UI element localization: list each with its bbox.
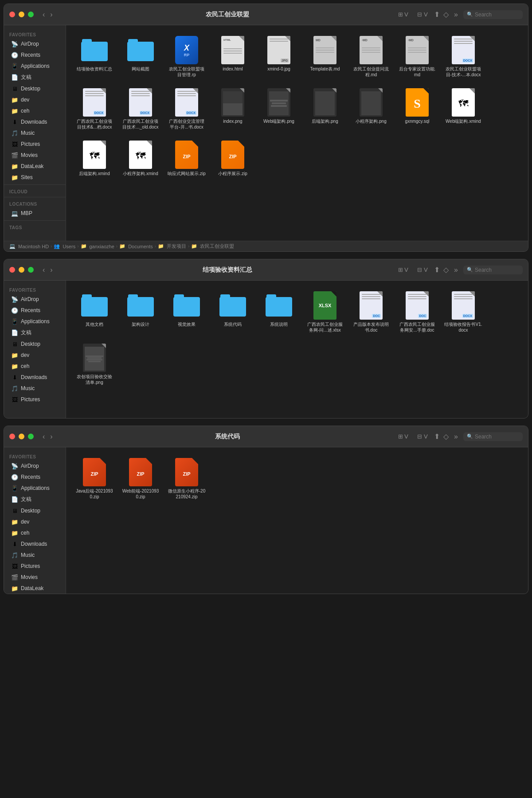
file-item-doc-product[interactable]: DOC 产品版本发布说明书.doc <box>350 288 392 336</box>
minimize-button-3[interactable] <box>19 434 24 439</box>
file-item-docx-report[interactable]: DOCX 结项验收报告书V1.docx <box>442 288 485 336</box>
maximize-button-3[interactable] <box>28 434 34 439</box>
sidebar-item-dataleak[interactable]: 📁 DataLeak <box>6 161 64 172</box>
search-input-3[interactable] <box>475 434 519 440</box>
view-grid-button[interactable]: ⊞ ᐯ <box>395 10 411 19</box>
sidebar-item-movies[interactable]: 🎬 Movies <box>6 150 64 160</box>
view-list-button[interactable]: ⊟ ᐯ <box>415 10 430 19</box>
file-item-docx3[interactable]: DOCX 广西农民工创业项目技术..._old.docx <box>119 85 162 133</box>
sidebar-item-desktop-2[interactable]: 🖥 Desktop <box>6 339 64 349</box>
file-item-doc-manual[interactable]: DOC 广西农民工创业服务网安...手册.doc <box>396 288 438 336</box>
file-item-xmind-web[interactable]: 🗺 Web端架构.xmind <box>442 85 485 133</box>
file-item-png-index[interactable]: index.png <box>211 85 254 133</box>
file-item-jpg[interactable]: JPG xmind-0.jpg <box>258 32 300 81</box>
forward-button-3[interactable]: › <box>48 432 54 442</box>
sidebar-item-pictures-3[interactable]: 🖼 Pictures <box>6 561 64 571</box>
minimize-button-2[interactable] <box>19 267 24 273</box>
sidebar-item-dataleak-3[interactable]: 📁 DataLeak <box>6 583 64 594</box>
sidebar-item-desktop-3[interactable]: 🖥 Desktop <box>6 505 64 516</box>
file-item-xitong-code[interactable]: 系统代码 <box>211 288 254 336</box>
file-item-zip-java[interactable]: ZIP Java后端-20210930.zip <box>73 454 116 503</box>
file-item-md2[interactable]: ·MD 后台专家设置功能.md <box>396 32 438 81</box>
search-input-2[interactable] <box>475 267 519 273</box>
share-button-3[interactable]: ⬆ <box>434 432 440 441</box>
sidebar-item-airdrop[interactable]: 📡 AirDrop <box>6 39 64 49</box>
file-item-xitong-desc[interactable]: 系统说明 <box>258 288 300 336</box>
sidebar-item-music-3[interactable]: 🎵 Music <box>6 550 64 560</box>
sidebar-item-documents[interactable]: 📄 文稿 <box>6 72 64 83</box>
share-button-2[interactable]: ⬆ <box>434 266 440 274</box>
back-button[interactable]: ‹ <box>41 10 47 20</box>
file-item-xlsx[interactable]: XLSX 广西农民工创业服务网-问...述.xlsx <box>304 288 346 336</box>
file-item-qita[interactable]: 其他文档 <box>73 288 116 336</box>
sidebar-item-recents-2[interactable]: 🕐 Recents <box>6 305 64 316</box>
file-item-docx1[interactable]: DOCX 农民工创业联盟项目-技术-...本.docx <box>442 32 485 81</box>
file-item-zip-wechat[interactable]: ZIP 微信原生小程序-20210924.zip <box>165 454 208 503</box>
tag-button-3[interactable]: ◇ <box>443 432 449 441</box>
close-button-2[interactable] <box>9 267 15 273</box>
close-button[interactable] <box>9 12 15 17</box>
file-item-rp[interactable]: X RP 农民工创业联盟项目管理.rp <box>165 32 208 81</box>
breadcrumb-users[interactable]: Users <box>63 244 75 249</box>
forward-button-2[interactable]: › <box>48 265 54 275</box>
sidebar-item-applications-2[interactable]: 📱 Applications <box>6 316 64 327</box>
back-button-2[interactable]: ‹ <box>41 265 47 275</box>
file-item-png-web[interactable]: Web端架构.png <box>258 85 300 133</box>
file-item-zip-web[interactable]: ZIP Web前端-20210930.zip <box>119 454 162 503</box>
file-item-png-backend[interactable]: 后端架构.png <box>304 85 346 133</box>
file-item-docx2[interactable]: DOCX 广西农民工创业项目技术&...档.docx <box>73 85 116 133</box>
sidebar-item-dev-2[interactable]: 📁 dev <box>6 350 64 360</box>
sidebar-item-sites[interactable]: 📁 Sites <box>6 172 64 183</box>
view-grid-button-3[interactable]: ⊞ ᐯ <box>395 432 411 441</box>
sidebar-item-recents[interactable]: 🕐 Recents <box>6 50 64 60</box>
file-item-jiexiang[interactable]: 结项验收资料汇总 <box>73 32 116 81</box>
maximize-button[interactable] <box>28 12 34 17</box>
sidebar-item-documents-3[interactable]: 📄 文稿 <box>6 494 64 505</box>
maximize-button-2[interactable] <box>28 267 34 273</box>
sidebar-item-downloads-3[interactable]: ⬇ Downloads <box>6 539 64 549</box>
view-grid-button-2[interactable]: ⊞ ᐯ <box>395 265 411 274</box>
file-item-sql[interactable]: S gxnmgcy.sql <box>396 85 438 133</box>
sidebar-item-movies-3[interactable]: 🎬 Movies <box>6 572 64 583</box>
file-item-shijue[interactable]: 视觉效果 <box>165 288 208 336</box>
sidebar-item-pictures[interactable]: 🖼 Pictures <box>6 139 64 149</box>
file-item-png-checklist[interactable]: 农创项目验收交验清单.png <box>73 340 116 389</box>
breadcrumb-user[interactable]: ganxiaozhe <box>90 244 114 249</box>
breadcrumb-hd[interactable]: Macintosh HD <box>18 244 49 249</box>
minimize-button[interactable] <box>19 12 24 17</box>
file-item-xmind-mini[interactable]: 🗺 小程序架构.xmind <box>119 137 162 180</box>
sidebar-item-ceh[interactable]: 📁 ceh <box>6 106 64 116</box>
file-item-docx4[interactable]: DOCX 广西创业交流管理平台-开...书.docx <box>165 85 208 133</box>
breadcrumb-current[interactable]: 农民工创业联盟 <box>200 243 234 250</box>
sidebar-item-applications[interactable]: 📱 Applications <box>6 61 64 71</box>
breadcrumb-dev[interactable]: 开发项目 <box>167 243 186 250</box>
sidebar-item-airdrop-3[interactable]: 📡 AirDrop <box>6 461 64 471</box>
file-item-html[interactable]: HTML index.html <box>211 32 254 81</box>
search-input-1[interactable] <box>475 12 519 18</box>
forward-button[interactable]: › <box>48 10 54 20</box>
breadcrumb-docs[interactable]: Documents <box>128 244 153 249</box>
file-item-xmind-backend[interactable]: 🗺 后端架构.xmind <box>73 137 116 180</box>
view-list-button-2[interactable]: ⊟ ᐯ <box>415 265 430 274</box>
sidebar-item-recents-3[interactable]: 🕐 Recents <box>6 472 64 482</box>
tag-button[interactable]: ◇ <box>443 10 449 19</box>
more-button-2[interactable]: » <box>452 265 460 275</box>
sidebar-item-ceh-2[interactable]: 📁 ceh <box>6 361 64 372</box>
file-item-png-mini[interactable]: 小程序架构.png <box>350 85 392 133</box>
file-item-zip-responsive[interactable]: ZIP 响应式网站展示.zip <box>165 137 208 180</box>
file-item-md1[interactable]: ·MD 农民工创业提问流程.md <box>350 32 392 81</box>
file-item-md-template[interactable]: MD Template表.md <box>304 32 346 81</box>
sidebar-item-documents-2[interactable]: 📄 文稿 <box>6 327 64 338</box>
sidebar-item-mbp[interactable]: 💻 MBP <box>6 208 64 219</box>
sidebar-item-music-2[interactable]: 🎵 Music <box>6 383 64 394</box>
sidebar-item-airdrop-2[interactable]: 📡 AirDrop <box>6 294 64 305</box>
back-button-3[interactable]: ‹ <box>41 432 47 442</box>
more-button-3[interactable]: » <box>452 432 460 442</box>
tag-button-2[interactable]: ◇ <box>443 266 449 274</box>
sidebar-item-music[interactable]: 🎵 Music <box>6 128 64 138</box>
sidebar-item-downloads[interactable]: ⬇ Downloads <box>6 117 64 127</box>
sidebar-item-dev-3[interactable]: 📁 dev <box>6 516 64 527</box>
more-button[interactable]: » <box>452 10 460 20</box>
sidebar-item-dev[interactable]: 📁 dev <box>6 94 64 105</box>
sidebar-item-ceh-3[interactable]: 📁 ceh <box>6 528 64 538</box>
